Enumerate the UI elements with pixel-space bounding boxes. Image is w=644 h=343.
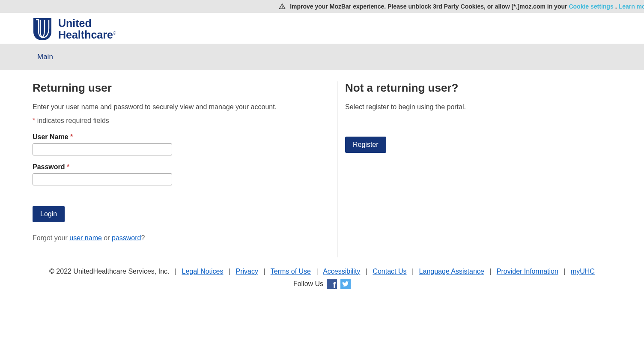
username-label-text: User Name	[33, 133, 69, 140]
separator: |	[229, 268, 230, 275]
mozbar-notice: Improve your MozBar experience. Please u…	[0, 0, 644, 13]
brand-line2: Healthcare	[58, 29, 113, 41]
footer-provider-link[interactable]: Provider Information	[497, 268, 558, 275]
separator: |	[412, 268, 414, 275]
asterisk-icon: *	[70, 133, 73, 140]
forgot-prefix: Forgot your	[33, 234, 69, 242]
forgot-username-link[interactable]: user name	[69, 234, 102, 242]
footer-legal-link[interactable]: Legal Notices	[182, 268, 224, 275]
logo[interactable]: United Healthcare®	[33, 17, 644, 41]
separator: |	[175, 268, 176, 275]
warning-icon	[279, 3, 286, 10]
separator: |	[316, 268, 318, 275]
register-heading: Not a returning user?	[345, 81, 603, 95]
footer-privacy-link[interactable]: Privacy	[236, 268, 258, 275]
nav-main-link[interactable]: Main	[37, 53, 53, 61]
asterisk-icon: *	[67, 163, 69, 170]
footer-accessibility-link[interactable]: Accessibility	[323, 268, 360, 275]
follow-us-label: Follow Us	[293, 280, 323, 288]
facebook-icon[interactable]	[327, 279, 337, 289]
mozbar-dot: .	[615, 3, 617, 10]
mozbar-text: Improve your MozBar experience. Please u…	[290, 3, 567, 10]
username-label: User Name *	[33, 133, 73, 140]
register-intro: Select register to begin using the porta…	[345, 103, 603, 111]
forgot-line: Forgot your user name or password?	[33, 234, 320, 242]
learn-more-link[interactable]: Learn more	[619, 3, 644, 10]
register-button[interactable]: Register	[345, 137, 386, 153]
password-input[interactable]	[33, 173, 172, 185]
password-field: Password *	[33, 163, 320, 185]
footer-myuhc-link[interactable]: myUHC	[571, 268, 595, 275]
forgot-password-link[interactable]: password	[112, 234, 141, 242]
login-panel: Returning user Enter your user name and …	[33, 81, 337, 257]
forgot-suffix: ?	[141, 234, 145, 242]
site-footer: © 2022 UnitedHealthcare Services, Inc. |…	[0, 257, 644, 289]
footer-language-link[interactable]: Language Assistance	[419, 268, 484, 275]
separator: |	[263, 268, 265, 275]
login-heading: Returning user	[33, 81, 320, 95]
separator: |	[366, 268, 367, 275]
separator: |	[489, 268, 491, 275]
primary-nav: Main	[0, 44, 644, 70]
footer-terms-link[interactable]: Terms of Use	[271, 268, 311, 275]
password-label: Password *	[33, 163, 69, 170]
username-field: User Name *	[33, 133, 320, 155]
logo-text: United Healthcare®	[58, 18, 116, 41]
required-fields-note: * indicates required fields	[33, 117, 320, 125]
footer-contact-link[interactable]: Contact Us	[373, 268, 406, 275]
uhc-shield-icon	[33, 17, 52, 41]
register-panel: Not a returning user? Select register to…	[337, 81, 603, 257]
brand-line1: United	[58, 17, 92, 29]
site-header: United Healthcare®	[0, 13, 644, 44]
login-intro: Enter your user name and password to sec…	[33, 103, 320, 111]
separator: |	[564, 268, 565, 275]
login-button[interactable]: Login	[33, 206, 65, 222]
forgot-or: or	[102, 234, 112, 242]
cookie-settings-link[interactable]: Cookie settings	[569, 3, 613, 10]
password-label-text: Password	[33, 163, 65, 170]
username-input[interactable]	[33, 143, 172, 155]
svg-point-1	[282, 8, 283, 8]
twitter-icon[interactable]	[340, 279, 351, 289]
required-note-text: indicates required fields	[35, 117, 109, 124]
copyright-text: © 2022 UnitedHealthcare Services, Inc.	[49, 268, 169, 275]
